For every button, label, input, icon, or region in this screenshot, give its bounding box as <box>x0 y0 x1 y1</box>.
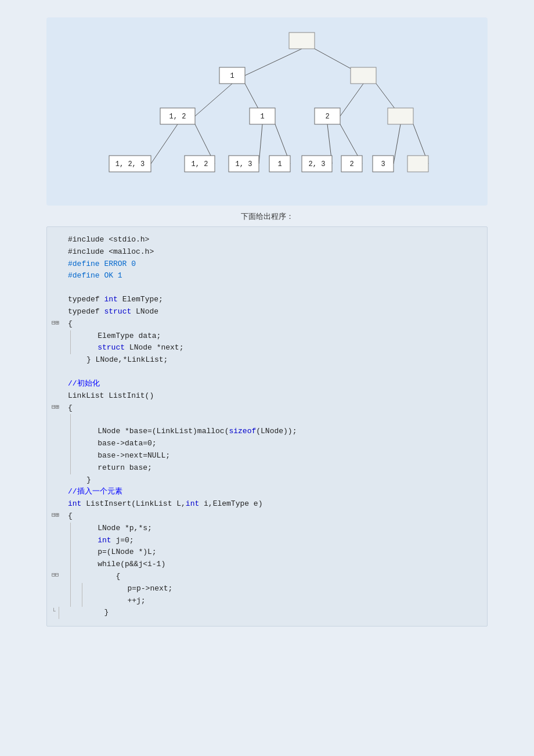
code-line: #define ERROR 0 <box>47 258 487 271</box>
code-line-fold[interactable]: ⊟⊟ { <box>47 571 487 583</box>
code-line: typedef int ElemType; <box>47 294 487 306</box>
code-line: LNode *p,*s; <box>47 523 487 535</box>
code-line: LinkList ListInit() <box>47 390 487 402</box>
code-line: ElemType data; <box>47 330 487 343</box>
svg-line-8 <box>259 124 262 164</box>
indent-bar <box>70 523 80 535</box>
code-line: #include <stdio.h> <box>47 234 487 246</box>
code-line: typedef struct LNode <box>47 306 487 318</box>
svg-rect-17 <box>351 67 376 84</box>
code-line: while(p&&j<i-1) <box>47 559 487 571</box>
code-line: return base; <box>47 462 487 474</box>
svg-text:2: 2 <box>325 113 329 121</box>
svg-text:2: 2 <box>349 160 353 168</box>
code-line-empty <box>47 414 487 426</box>
code-content: LNode *p,*s; <box>80 523 482 535</box>
code-line-fold[interactable]: ⊟⊞ { <box>47 510 487 523</box>
indent-bar <box>70 330 80 343</box>
indent-bar-2 <box>82 595 91 607</box>
code-content: while(p&&j<i-1) <box>80 559 482 571</box>
indent-bar <box>70 546 80 559</box>
code-content: p=p->next; <box>91 583 482 595</box>
code-line: LNode *base=(LinkList)malloc(sizeof(LNod… <box>47 426 487 438</box>
code-content: return base; <box>80 462 482 474</box>
tree-diagram: 1 1, 2 1 2 1, 2, 3 1, 2 1, 3 <box>52 29 482 197</box>
code-content: #define ERROR 0 <box>68 258 482 271</box>
code-line-empty <box>47 282 487 294</box>
fold-icon[interactable]: ⊟⊟ <box>52 571 68 580</box>
indent-bar <box>70 583 80 595</box>
code-content: typedef int ElemType; <box>68 294 482 306</box>
code-content: ++j; <box>91 595 482 607</box>
fold-icon[interactable]: ⊟⊞ <box>52 510 68 521</box>
svg-text:3: 3 <box>381 160 385 168</box>
code-line-empty <box>47 366 487 378</box>
svg-text:1: 1 <box>230 72 234 80</box>
svg-line-4 <box>340 84 363 116</box>
code-content: } <box>86 474 482 487</box>
indent-bar <box>70 426 80 438</box>
code-content: LNode *base=(LinkList)malloc(sizeof(LNod… <box>80 426 482 438</box>
code-content: } <box>68 607 482 619</box>
code-content: //初始化 <box>68 378 482 390</box>
code-content: int ListInsert(LinkList L,int i,ElemType… <box>68 498 482 510</box>
code-content: p=(LNode *)L; <box>80 546 482 559</box>
caption: 下面给出程序： <box>12 211 522 222</box>
code-line: } <box>47 474 487 487</box>
code-line: int j=0; <box>47 535 487 547</box>
code-content: { <box>80 571 482 583</box>
svg-text:1: 1 <box>277 160 282 168</box>
svg-rect-39 <box>407 156 428 172</box>
code-content: base->data=0; <box>80 438 482 450</box>
fold-icon[interactable]: ⊟⊞ <box>52 318 68 329</box>
svg-text:1, 2: 1, 2 <box>169 113 186 121</box>
code-line-comment: //插入一个元素 <box>47 486 487 498</box>
indent-bar <box>70 342 80 354</box>
code-line-fold[interactable]: ⊟⊞ { <box>47 402 487 415</box>
code-content: typedef struct LNode <box>68 306 482 318</box>
code-line: } LNode,*LinkList; <box>47 354 487 366</box>
code-line: #define OK 1 <box>47 270 487 282</box>
svg-text:1, 2, 3: 1, 2, 3 <box>116 160 145 168</box>
code-content: #include <malloc.h> <box>68 246 482 258</box>
svg-rect-24 <box>388 108 413 124</box>
svg-line-6 <box>151 124 178 164</box>
indent-bar-2 <box>82 583 91 595</box>
code-line-fold[interactable]: ⊟⊞ { <box>47 318 487 330</box>
indent-bar <box>59 607 68 619</box>
indent-bar <box>70 450 80 462</box>
indent-bar <box>70 438 80 450</box>
indent-bar <box>70 559 80 571</box>
code-content: int j=0; <box>80 535 482 547</box>
svg-text:2, 3: 2, 3 <box>309 160 326 168</box>
code-line: p=p->next; <box>47 583 487 595</box>
svg-rect-14 <box>289 33 315 49</box>
code-line: struct LNode *next; <box>47 342 487 354</box>
svg-line-2 <box>195 84 232 116</box>
code-content: ElemType data; <box>80 330 482 343</box>
svg-text:1, 3: 1, 3 <box>236 160 252 168</box>
code-content: #define OK 1 <box>68 270 482 282</box>
fold-icon[interactable]: ⊟⊞ <box>52 402 68 413</box>
code-line: int ListInsert(LinkList L,int i,ElemType… <box>47 498 487 510</box>
code-line: p=(LNode *)L; <box>47 546 487 559</box>
indent-bar <box>70 414 80 426</box>
gutter-l: └ <box>52 607 56 617</box>
page-container: 1 1, 2 1 2 1, 2, 3 1, 2 1, 3 <box>0 0 534 756</box>
code-content: //插入一个元素 <box>68 486 482 498</box>
code-content: LinkList ListInit() <box>68 390 482 402</box>
code-content: base->next=NULL; <box>80 450 482 462</box>
code-line: └ } <box>47 607 487 619</box>
code-content: { <box>68 510 482 523</box>
code-line: base->data=0; <box>47 438 487 450</box>
svg-text:1, 2: 1, 2 <box>192 160 208 168</box>
code-content: { <box>68 402 482 415</box>
tree-section: 1 1, 2 1 2 1, 2, 3 1, 2 1, 3 <box>46 17 488 206</box>
indent-bar <box>70 595 80 607</box>
code-line: #include <malloc.h> <box>47 246 487 258</box>
svg-line-12 <box>394 124 400 164</box>
indent-bar <box>70 535 80 547</box>
code-line: base->next=NULL; <box>47 450 487 462</box>
code-content: struct LNode *next; <box>80 342 482 354</box>
svg-text:1: 1 <box>260 113 264 121</box>
